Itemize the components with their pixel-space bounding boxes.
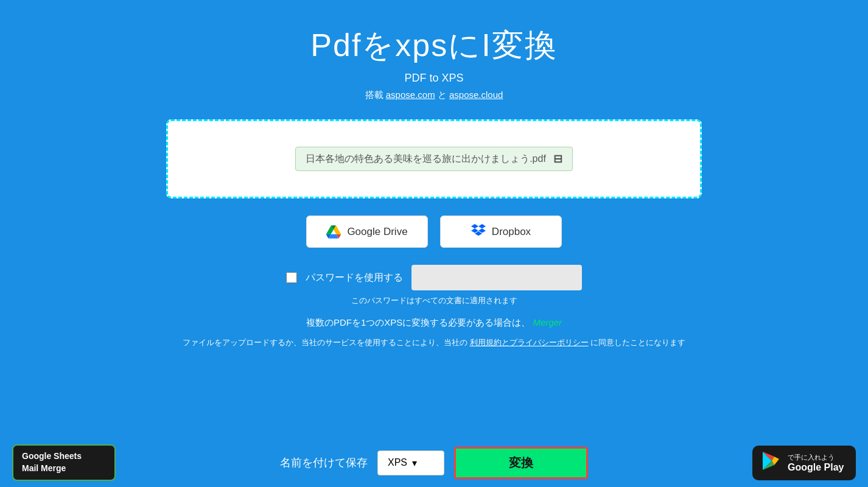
app-line2: Mail Merge [22, 463, 106, 475]
merger-link[interactable]: Merger [533, 317, 562, 328]
page-subtitle: PDF to XPS [404, 72, 463, 85]
google-drive-icon [326, 225, 341, 239]
aspose-cloud-link[interactable]: aspose.cloud [449, 89, 503, 100]
format-select[interactable]: XPS ▾ [377, 450, 444, 475]
powered-by-mid: と [438, 89, 447, 100]
drop-zone[interactable]: 日本各地の特色ある美味を巡る旅に出かけましょう.pdf ⊟ [166, 119, 702, 198]
merger-note: 複数のPDFを1つのXPSに変換する必要がある場合は、 Merger [306, 317, 562, 329]
google-play-text: で手に入れよう Google Play [788, 453, 844, 473]
google-drive-button[interactable]: Google Drive [306, 215, 428, 248]
google-play-icon [761, 450, 782, 475]
dropbox-button[interactable]: Dropbox [440, 215, 562, 248]
terms-suffix: に同意したことになります [590, 338, 685, 347]
password-label: パスワードを使用する [306, 272, 403, 284]
bottom-bar: Google Sheets Mail Merge 名前を付けて保存 XPS ▾ … [0, 438, 868, 487]
bottom-center: 名前を付けて保存 XPS ▾ 変換 [128, 447, 740, 479]
save-label: 名前を付けて保存 [280, 455, 368, 470]
google-sheets-mail-merge-app[interactable]: Google Sheets Mail Merge [12, 444, 116, 480]
google-drive-label: Google Drive [347, 226, 407, 238]
main-content: PdfをxpsにI変換 PDF to XPS 搭載 aspose.com と a… [0, 0, 868, 365]
convert-button[interactable]: 変換 [454, 447, 588, 479]
cloud-buttons-row: Google Drive Dropbox [306, 215, 562, 248]
password-checkbox[interactable] [286, 272, 297, 283]
dropbox-label: Dropbox [492, 226, 531, 238]
merger-prefix: 複数のPDFを1つのXPSに変換する必要がある場合は、 [306, 317, 530, 328]
page-title: PdfをxpsにI変換 [310, 24, 557, 67]
file-name: 日本各地の特色ある美味を巡る旅に出かけましょう.pdf [306, 153, 546, 166]
dropbox-icon [471, 223, 486, 240]
remove-file-button[interactable]: ⊟ [553, 152, 562, 166]
google-play-name: Google Play [788, 462, 844, 473]
aspose-com-link[interactable]: aspose.com [386, 89, 435, 100]
file-tag: 日本各地の特色ある美味を巡る旅に出かけましょう.pdf ⊟ [295, 147, 573, 171]
terms-note: ファイルをアップロードするか、当社のサービスを使用することにより、当社の 利用規… [183, 337, 685, 348]
password-row: パスワードを使用する [286, 265, 582, 290]
terms-prefix: ファイルをアップロードするか、当社のサービスを使用することにより、当社の [183, 338, 467, 347]
google-play-get: で手に入れよう [788, 453, 844, 462]
chevron-down-icon: ▾ [412, 457, 417, 469]
format-value: XPS [388, 457, 407, 468]
google-play-button[interactable]: で手に入れよう Google Play [752, 446, 856, 480]
terms-link[interactable]: 利用規約とプライバシーポリシー [470, 338, 589, 347]
password-input[interactable] [411, 265, 582, 290]
powered-by-prefix: 搭載 [365, 89, 383, 100]
powered-by: 搭載 aspose.com と aspose.cloud [365, 89, 503, 101]
app-line1: Google Sheets [22, 450, 106, 463]
password-hint: このパスワードはすべての文書に適用されます [351, 295, 517, 306]
